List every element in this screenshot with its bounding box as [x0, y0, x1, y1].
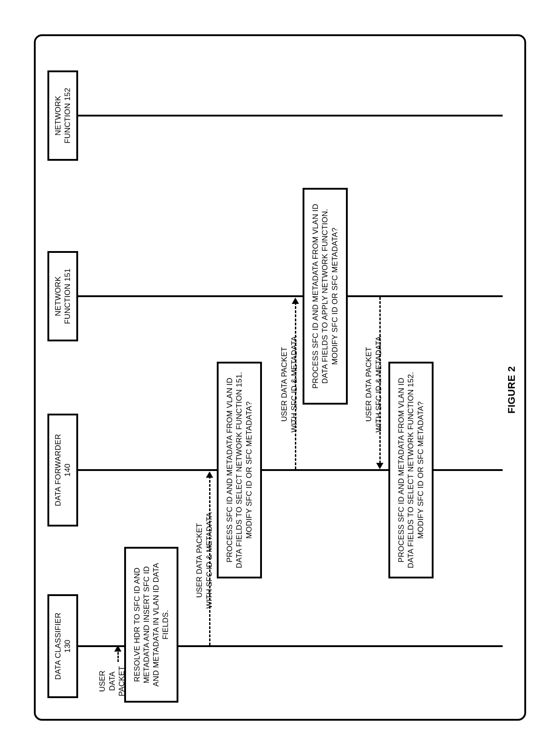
actor-forwarder-label: DATA FORWARDER 140 — [53, 434, 73, 506]
step-apply: PROCESS SFC ID AND METADATA FROM VLAN ID… — [303, 188, 348, 405]
actor-classifier-label: DATA CLASSIFIER 130 — [53, 613, 73, 680]
lifeline-forwarder — [78, 469, 503, 471]
incoming-packet-text: USER DATA PACKET — [98, 666, 126, 696]
actor-classifier: DATA CLASSIFIER 130 — [47, 594, 78, 698]
msg1-arrowhead — [206, 471, 213, 478]
incoming-packet-label: USER DATA PACKET — [88, 660, 126, 703]
msg2-arrowhead — [292, 298, 299, 304]
step-apply-text: PROCESS SFC ID AND METADATA FROM VLAN ID… — [311, 204, 340, 388]
msg2-arrow — [295, 302, 296, 469]
msg1-arrow — [209, 476, 210, 645]
actor-forwarder: DATA FORWARDER 140 — [47, 414, 78, 527]
figure-label-text: FIGURE 2 — [506, 366, 517, 414]
actor-nf1-label: NETWORK FUNCTION 151 — [53, 268, 73, 324]
lifeline-nf2 — [78, 115, 503, 117]
step-select-152-text: PROCESS SFC ID AND METADATA FROM VLAN ID… — [397, 372, 425, 569]
figure-label: FIGURE 2 — [506, 366, 518, 414]
msg3-arrowhead — [376, 463, 383, 469]
actor-nf2: NETWORK FUNCTION 152 — [47, 70, 78, 161]
step-select-152: PROCESS SFC ID AND METADATA FROM VLAN ID… — [388, 362, 434, 578]
step-select-151: PROCESS SFC ID AND METADATA FROM VLAN ID… — [217, 362, 262, 578]
actor-nf2-label: NETWORK FUNCTION 152 — [53, 88, 73, 143]
incoming-packet-arrowhead — [114, 645, 121, 652]
lifeline-nf1 — [78, 295, 503, 297]
step-select-151-text: PROCESS SFC ID AND METADATA FROM VLAN ID… — [225, 372, 254, 569]
step-resolve-text: RESOLVE HDR TO SFC ID AND METADATA AND I… — [132, 563, 171, 686]
step-resolve: RESOLVE HDR TO SFC ID AND METADATA AND I… — [124, 547, 178, 703]
actor-nf1: NETWORK FUNCTION 151 — [47, 251, 78, 341]
msg3-arrow — [379, 297, 381, 463]
msg1-text: USER DATA PACKET WITH SFC ID & METADATA — [195, 512, 213, 608]
